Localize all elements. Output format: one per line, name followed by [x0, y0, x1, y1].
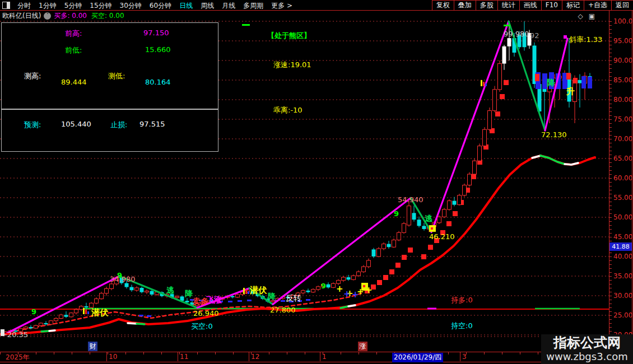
est-low-value: 80.164 — [145, 78, 171, 86]
price-tick-75: 75.00 — [613, 115, 632, 123]
est-high-value: 89.444 — [61, 78, 87, 86]
count-nine: 9 — [117, 271, 122, 279]
pivot-price: 26.940 — [193, 309, 219, 318]
pivot-price: 72.130 — [541, 130, 567, 139]
date-axis-ticks — [0, 352, 609, 354]
signal-qianfu: 潜伏 — [249, 285, 267, 295]
stop-loss-label: 止损: — [110, 120, 127, 130]
signal-tao: 逃 — [166, 286, 175, 295]
diamond-icon[interactable]: ◇ — [578, 12, 588, 20]
date-tick-3: 3 — [462, 353, 467, 361]
period-item-60分钟[interactable]: 60分钟 — [150, 2, 171, 10]
svg-text:+: + — [336, 284, 343, 294]
svg-text:+: + — [352, 290, 359, 300]
window-split-icon[interactable] — [2, 2, 10, 9]
forecast-value: 105.440 — [61, 120, 91, 128]
price-tick-95: 95.00 — [613, 37, 632, 45]
cai-tag[interactable]: 财 — [88, 342, 97, 351]
peak-price: 99.980 — [504, 30, 529, 38]
tool-item-复权[interactable]: 复权 — [432, 0, 454, 10]
start-price: ←20.35 — [1, 330, 28, 339]
price-tick-85: 85.00 — [613, 76, 632, 84]
zone-label: 【处于熊区】 — [267, 31, 311, 40]
prev-low-label: 前低: — [65, 45, 82, 55]
chikong-value: 持空:0 — [451, 321, 473, 330]
prev-high-label: 前高: — [65, 29, 82, 39]
date-separator — [106, 352, 107, 361]
pivot-price: 34.980 — [110, 275, 136, 283]
period-item-日线[interactable]: 日线 — [179, 2, 193, 10]
signal-qianfu: 潜伏 — [91, 307, 109, 318]
signal-tao: 逃 — [425, 214, 433, 223]
chevron-down-icon[interactable]: ˅ — [44, 12, 51, 20]
period-item-周线[interactable]: 周线 — [201, 2, 214, 10]
price-tick-25: 25.00 — [613, 311, 632, 319]
count-nine: 9 — [321, 282, 326, 290]
signal-feizhang: 飞涨 — [206, 295, 222, 304]
period-item-30分钟[interactable]: 30分钟 — [120, 2, 142, 10]
prev-low-value: 15.660 — [145, 45, 171, 54]
price-axis-ticks — [609, 21, 612, 343]
top-toolbar: 分时1分钟5分钟15分钟30分钟60分钟日线周线月线多周期更多 > 复权叠加多股… — [0, 0, 633, 11]
date-separator — [460, 352, 460, 361]
speed-label: 涨速:19.01 — [273, 60, 311, 69]
signal-jiang: 降 — [547, 78, 556, 88]
date-tick-12: 12 — [251, 353, 259, 361]
stop-loss-value: 97.515 — [139, 120, 165, 128]
price-axis: 100.0095.0090.0085.0080.0075.0070.0065.0… — [609, 11, 633, 352]
watermark-title: 指标公式网 — [541, 334, 633, 351]
pivot-price: 46.210 — [429, 232, 455, 241]
pane-corner-icons: ◇▣ — [578, 12, 601, 20]
peak-price-2: 92 — [530, 31, 539, 40]
period-item-15分钟[interactable]: 15分钟 — [90, 2, 111, 10]
count-nine: 9 — [31, 307, 36, 316]
est-high-label: 测高: — [24, 71, 41, 81]
tool-item-标记[interactable]: 标记 — [562, 0, 584, 10]
buy-long-label: 买多: — [54, 12, 69, 20]
date-tick-2025年: 2025年 — [6, 353, 30, 362]
bias-label: 乖离:-10 — [273, 106, 302, 114]
period-menu: 分时1分钟5分钟15分钟30分钟60分钟日线周线月线多周期更多 > — [13, 0, 296, 11]
period-item-多周期[interactable]: 多周期 — [243, 2, 263, 10]
pivot-price: 54.940 — [398, 195, 423, 204]
buy-short-value: 0.00 — [109, 12, 124, 20]
corner-marker — [1, 329, 4, 336]
buy-short-label: 买空: — [91, 12, 107, 20]
date-axis: 2025年10111212026/01/29/四3 — [0, 352, 633, 362]
signal-sheng: 升 — [566, 86, 575, 96]
zhang-tag[interactable]: 涨 — [358, 342, 367, 351]
slope-label: 斜率:1.33 — [569, 35, 602, 44]
count-nine: 9 — [394, 209, 399, 218]
tool-item-统计[interactable]: 统计 — [497, 0, 520, 10]
period-item-1分钟[interactable]: 1分钟 — [39, 2, 57, 10]
period-item-月线[interactable]: 月线 — [222, 2, 235, 10]
date-highlight[interactable]: 2026/01/29/四 — [392, 353, 443, 362]
pivot-price: 27.800 — [270, 306, 296, 314]
tool-item-画线[interactable]: 画线 — [519, 0, 542, 10]
price-tick-55: 55.00 — [613, 194, 632, 202]
tool-item-F10[interactable]: F10 — [541, 0, 562, 10]
prev-high-value: 97.150 — [143, 29, 169, 37]
watermark: 指标公式网 www.zbgs3.com — [541, 334, 633, 364]
svg-text:+: + — [343, 289, 351, 299]
signal-jiang: 降 — [268, 292, 276, 301]
date-separator — [249, 352, 249, 361]
signal-jiang: 降 — [185, 289, 193, 298]
buy-long-value: 0.00 — [72, 12, 87, 20]
date-separator — [178, 352, 178, 361]
chiduo-value: 持多:0 — [451, 296, 473, 304]
pane-icon[interactable]: ▣ — [589, 12, 601, 20]
period-item-更多 >[interactable]: 更多 > — [271, 2, 292, 10]
signal-fanzhuan: 反转 — [286, 293, 301, 302]
tools-menu: 复权叠加多股统计画线F10标记+自选返回 — [432, 0, 633, 10]
est-low-label: 测低: — [108, 71, 125, 81]
tool-item-+自选[interactable]: +自选 — [584, 0, 612, 10]
tool-item-返回[interactable]: 返回 — [611, 0, 633, 10]
period-item-分时[interactable]: 分时 — [17, 2, 31, 10]
svg-text:+: + — [365, 285, 373, 295]
period-item-5分钟[interactable]: 5分钟 — [64, 2, 82, 10]
tool-item-叠加[interactable]: 叠加 — [454, 0, 476, 10]
tool-item-多股[interactable]: 多股 — [476, 0, 498, 10]
price-tick-80: 80.00 — [613, 96, 632, 104]
price-tick-90: 90.00 — [613, 57, 632, 64]
